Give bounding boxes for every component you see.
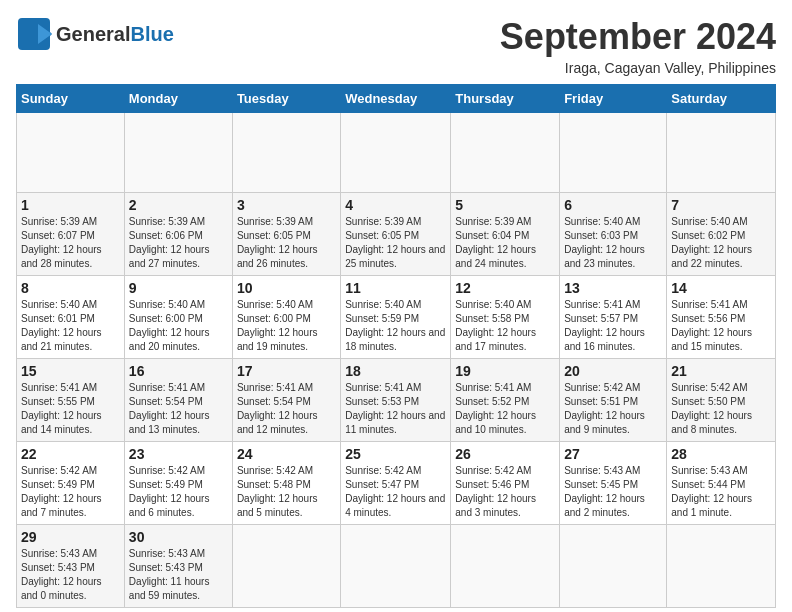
- calendar-cell: 27Sunrise: 5:43 AMSunset: 5:45 PMDayligh…: [560, 442, 667, 525]
- day-info: Sunrise: 5:41 AMSunset: 5:57 PMDaylight:…: [564, 298, 662, 354]
- day-number: 30: [129, 529, 228, 545]
- column-header-wednesday: Wednesday: [341, 85, 451, 113]
- calendar-week-row: 8Sunrise: 5:40 AMSunset: 6:01 PMDaylight…: [17, 276, 776, 359]
- calendar-cell: 14Sunrise: 5:41 AMSunset: 5:56 PMDayligh…: [667, 276, 776, 359]
- day-number: 25: [345, 446, 446, 462]
- day-number: 23: [129, 446, 228, 462]
- calendar-cell: [451, 113, 560, 193]
- calendar-cell: 26Sunrise: 5:42 AMSunset: 5:46 PMDayligh…: [451, 442, 560, 525]
- calendar-table: SundayMondayTuesdayWednesdayThursdayFrid…: [16, 84, 776, 608]
- calendar-cell: 30Sunrise: 5:43 AMSunset: 5:43 PMDayligh…: [124, 525, 232, 608]
- calendar-cell: [232, 525, 340, 608]
- calendar-cell: 9Sunrise: 5:40 AMSunset: 6:00 PMDaylight…: [124, 276, 232, 359]
- calendar-cell: [341, 525, 451, 608]
- day-info: Sunrise: 5:40 AMSunset: 6:00 PMDaylight:…: [237, 298, 336, 354]
- calendar-cell: 17Sunrise: 5:41 AMSunset: 5:54 PMDayligh…: [232, 359, 340, 442]
- day-info: Sunrise: 5:42 AMSunset: 5:50 PMDaylight:…: [671, 381, 771, 437]
- calendar-cell: 8Sunrise: 5:40 AMSunset: 6:01 PMDaylight…: [17, 276, 125, 359]
- day-info: Sunrise: 5:42 AMSunset: 5:51 PMDaylight:…: [564, 381, 662, 437]
- day-number: 19: [455, 363, 555, 379]
- day-number: 28: [671, 446, 771, 462]
- day-number: 2: [129, 197, 228, 213]
- calendar-cell: 3Sunrise: 5:39 AMSunset: 6:05 PMDaylight…: [232, 193, 340, 276]
- calendar-week-row: 15Sunrise: 5:41 AMSunset: 5:55 PMDayligh…: [17, 359, 776, 442]
- day-info: Sunrise: 5:41 AMSunset: 5:54 PMDaylight:…: [129, 381, 228, 437]
- logo-blue: Blue: [130, 23, 173, 45]
- calendar-cell: 1Sunrise: 5:39 AMSunset: 6:07 PMDaylight…: [17, 193, 125, 276]
- day-info: Sunrise: 5:39 AMSunset: 6:07 PMDaylight:…: [21, 215, 120, 271]
- day-number: 5: [455, 197, 555, 213]
- calendar-cell: 12Sunrise: 5:40 AMSunset: 5:58 PMDayligh…: [451, 276, 560, 359]
- column-header-tuesday: Tuesday: [232, 85, 340, 113]
- calendar-cell: 15Sunrise: 5:41 AMSunset: 5:55 PMDayligh…: [17, 359, 125, 442]
- day-number: 22: [21, 446, 120, 462]
- calendar-cell: [451, 525, 560, 608]
- day-number: 13: [564, 280, 662, 296]
- calendar-cell: 24Sunrise: 5:42 AMSunset: 5:48 PMDayligh…: [232, 442, 340, 525]
- day-info: Sunrise: 5:39 AMSunset: 6:05 PMDaylight:…: [237, 215, 336, 271]
- calendar-cell: [667, 113, 776, 193]
- column-header-monday: Monday: [124, 85, 232, 113]
- day-info: Sunrise: 5:40 AMSunset: 6:02 PMDaylight:…: [671, 215, 771, 271]
- calendar-cell: 25Sunrise: 5:42 AMSunset: 5:47 PMDayligh…: [341, 442, 451, 525]
- day-number: 1: [21, 197, 120, 213]
- column-header-thursday: Thursday: [451, 85, 560, 113]
- calendar-week-row: 1Sunrise: 5:39 AMSunset: 6:07 PMDaylight…: [17, 193, 776, 276]
- calendar-cell: 18Sunrise: 5:41 AMSunset: 5:53 PMDayligh…: [341, 359, 451, 442]
- calendar-cell: 28Sunrise: 5:43 AMSunset: 5:44 PMDayligh…: [667, 442, 776, 525]
- calendar-cell: 5Sunrise: 5:39 AMSunset: 6:04 PMDaylight…: [451, 193, 560, 276]
- logo-general: General: [56, 23, 130, 45]
- day-info: Sunrise: 5:40 AMSunset: 6:00 PMDaylight:…: [129, 298, 228, 354]
- day-info: Sunrise: 5:40 AMSunset: 6:03 PMDaylight:…: [564, 215, 662, 271]
- calendar-cell: 20Sunrise: 5:42 AMSunset: 5:51 PMDayligh…: [560, 359, 667, 442]
- day-info: Sunrise: 5:41 AMSunset: 5:56 PMDaylight:…: [671, 298, 771, 354]
- day-info: Sunrise: 5:43 AMSunset: 5:43 PMDaylight:…: [21, 547, 120, 603]
- day-number: 26: [455, 446, 555, 462]
- day-info: Sunrise: 5:40 AMSunset: 6:01 PMDaylight:…: [21, 298, 120, 354]
- calendar-cell: [560, 113, 667, 193]
- calendar-week-row: 22Sunrise: 5:42 AMSunset: 5:49 PMDayligh…: [17, 442, 776, 525]
- day-number: 29: [21, 529, 120, 545]
- calendar-cell: 21Sunrise: 5:42 AMSunset: 5:50 PMDayligh…: [667, 359, 776, 442]
- column-header-saturday: Saturday: [667, 85, 776, 113]
- day-number: 14: [671, 280, 771, 296]
- page-header: GeneralBlue September 2024 Iraga, Cagaya…: [16, 16, 776, 76]
- day-number: 17: [237, 363, 336, 379]
- calendar-cell: 7Sunrise: 5:40 AMSunset: 6:02 PMDaylight…: [667, 193, 776, 276]
- day-info: Sunrise: 5:43 AMSunset: 5:44 PMDaylight:…: [671, 464, 771, 520]
- day-number: 16: [129, 363, 228, 379]
- calendar-cell: [667, 525, 776, 608]
- day-info: Sunrise: 5:40 AMSunset: 5:59 PMDaylight:…: [345, 298, 446, 354]
- day-info: Sunrise: 5:42 AMSunset: 5:46 PMDaylight:…: [455, 464, 555, 520]
- day-number: 27: [564, 446, 662, 462]
- calendar-cell: 10Sunrise: 5:40 AMSunset: 6:00 PMDayligh…: [232, 276, 340, 359]
- calendar-cell: 23Sunrise: 5:42 AMSunset: 5:49 PMDayligh…: [124, 442, 232, 525]
- logo-text-block: GeneralBlue: [56, 23, 174, 45]
- day-number: 21: [671, 363, 771, 379]
- calendar-cell: 13Sunrise: 5:41 AMSunset: 5:57 PMDayligh…: [560, 276, 667, 359]
- day-number: 3: [237, 197, 336, 213]
- logo-icon: [16, 16, 52, 52]
- day-info: Sunrise: 5:41 AMSunset: 5:54 PMDaylight:…: [237, 381, 336, 437]
- calendar-cell: [232, 113, 340, 193]
- day-number: 12: [455, 280, 555, 296]
- day-number: 10: [237, 280, 336, 296]
- day-info: Sunrise: 5:42 AMSunset: 5:49 PMDaylight:…: [21, 464, 120, 520]
- calendar-cell: [560, 525, 667, 608]
- day-info: Sunrise: 5:42 AMSunset: 5:49 PMDaylight:…: [129, 464, 228, 520]
- calendar-cell: [341, 113, 451, 193]
- day-number: 20: [564, 363, 662, 379]
- day-info: Sunrise: 5:42 AMSunset: 5:47 PMDaylight:…: [345, 464, 446, 520]
- calendar-week-row: [17, 113, 776, 193]
- day-number: 4: [345, 197, 446, 213]
- day-info: Sunrise: 5:43 AMSunset: 5:45 PMDaylight:…: [564, 464, 662, 520]
- day-info: Sunrise: 5:43 AMSunset: 5:43 PMDaylight:…: [129, 547, 228, 603]
- day-info: Sunrise: 5:41 AMSunset: 5:53 PMDaylight:…: [345, 381, 446, 437]
- calendar-cell: 22Sunrise: 5:42 AMSunset: 5:49 PMDayligh…: [17, 442, 125, 525]
- title-block: September 2024 Iraga, Cagayan Valley, Ph…: [500, 16, 776, 76]
- day-info: Sunrise: 5:41 AMSunset: 5:55 PMDaylight:…: [21, 381, 120, 437]
- calendar-cell: 6Sunrise: 5:40 AMSunset: 6:03 PMDaylight…: [560, 193, 667, 276]
- calendar-cell: [124, 113, 232, 193]
- day-number: 11: [345, 280, 446, 296]
- day-info: Sunrise: 5:39 AMSunset: 6:06 PMDaylight:…: [129, 215, 228, 271]
